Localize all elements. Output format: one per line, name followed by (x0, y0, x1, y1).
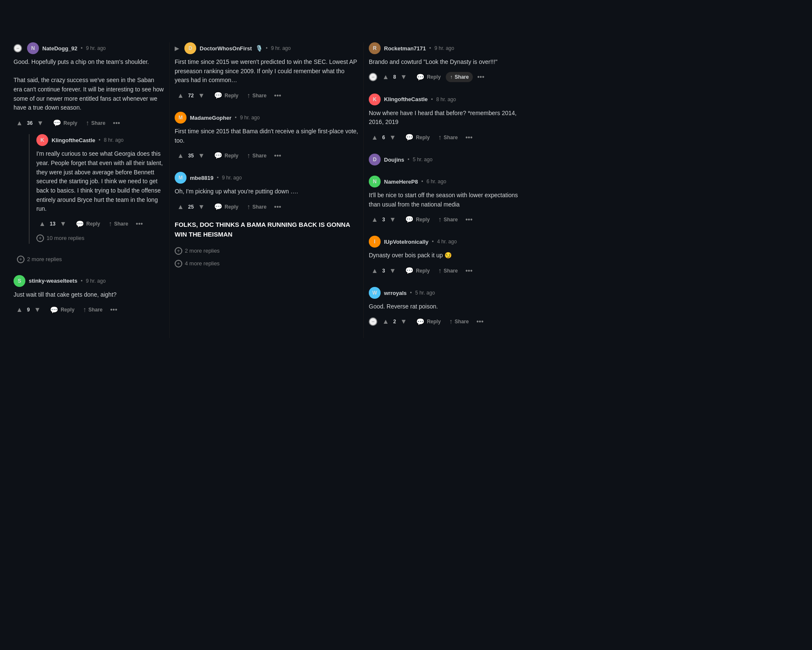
upvote-button[interactable]: ▲ (380, 72, 392, 83)
avatar: I (369, 236, 381, 248)
more-button[interactable]: ••• (107, 304, 120, 316)
reply-icon: 💬 (214, 91, 222, 99)
downvote-button[interactable]: ▼ (195, 90, 207, 101)
comment-text: Good. Reverse rat poison. (369, 302, 528, 311)
username: NameHereP8 (384, 179, 418, 185)
more-replies-button[interactable]: + 2 more replies (17, 254, 164, 265)
comment-text: I'm really curious to see what Georgia d… (36, 149, 164, 214)
reply-button[interactable]: 💬 Reply (211, 149, 242, 162)
username: Doujins (384, 157, 404, 163)
vote-count: 3 (382, 268, 385, 274)
upvote-button[interactable]: ▲ (175, 150, 187, 161)
downvote-button[interactable]: ▼ (398, 72, 410, 83)
comment-block: ▶ D DoctorWhosOnFirst 🎙️ • 9 hr. ago Fir… (175, 42, 358, 102)
reply-button[interactable]: 💬 Reply (402, 131, 433, 143)
share-icon: ↑ (109, 220, 112, 228)
reply-button[interactable]: 💬 Reply (413, 71, 444, 83)
upvote-button[interactable]: ▲ (14, 304, 25, 315)
share-button[interactable]: ↑ Share (435, 132, 461, 143)
vote-group: ▲ 6 ▼ (369, 132, 398, 143)
more-button[interactable]: ••• (474, 316, 486, 328)
more-button[interactable]: ••• (475, 71, 487, 83)
share-icon: ↑ (86, 119, 89, 127)
more-button[interactable]: ••• (272, 90, 284, 102)
downvote-button[interactable]: ▼ (387, 132, 399, 143)
reply-button[interactable]: 💬 Reply (402, 264, 433, 277)
comment-text: Now where have I heard that before? *rem… (369, 109, 528, 127)
upvote-button[interactable]: ▲ (14, 118, 25, 129)
comment-header: K KlingoftheCastle • 8 hr. ago (36, 134, 164, 146)
plus-icon: + (175, 260, 182, 267)
reply-button[interactable]: 💬 Reply (211, 201, 242, 213)
downvote-button[interactable]: ▼ (387, 214, 399, 225)
left-column: − N NateDogg_92 • 9 hr. ago Good. Hopefu… (8, 42, 169, 338)
upvote-button[interactable]: ▲ (369, 214, 381, 225)
timestamp: 9 hr. ago (86, 278, 106, 284)
reply-button[interactable]: 💬 Reply (211, 89, 242, 102)
share-button[interactable]: ↑ Share (446, 316, 472, 328)
upvote-button[interactable]: ▲ (380, 316, 392, 327)
username: KlingoftheCastle (52, 137, 95, 143)
comment-header: R Rocketman7171 • 9 hr. ago (369, 42, 528, 54)
more-replies-button[interactable]: + 2 more replies (175, 245, 358, 256)
downvote-button[interactable]: ▼ (57, 218, 69, 229)
comment-text: Good. Hopefully puts a chip on the team'… (14, 58, 164, 113)
downvote-button[interactable]: ▼ (195, 150, 207, 161)
share-button-highlight[interactable]: ↑ Share (446, 72, 473, 82)
comment-header: S stinky-weaselteets • 9 hr. ago (14, 275, 164, 287)
more-button[interactable]: ••• (463, 265, 475, 277)
more-replies-button[interactable]: + 4 more replies (175, 258, 358, 269)
collapse-button[interactable]: − (369, 317, 377, 326)
vote-group: ▲ 2 ▼ (380, 316, 409, 327)
downvote-button[interactable]: ▼ (398, 316, 410, 327)
timestamp: 9 hr. ago (434, 45, 454, 51)
reply-button[interactable]: 💬 Reply (402, 213, 433, 226)
more-button[interactable]: ••• (110, 117, 123, 129)
more-replies-label: 2 more replies (27, 256, 62, 262)
more-button[interactable]: ••• (463, 132, 475, 143)
more-button[interactable]: ••• (463, 214, 475, 226)
more-button[interactable]: ••• (272, 150, 284, 162)
username: wrroyals (384, 290, 406, 296)
upvote-button[interactable]: ▲ (175, 201, 187, 212)
vote-count: 9 (27, 307, 30, 313)
share-button[interactable]: ↑ Share (244, 150, 270, 162)
downvote-button[interactable]: ▼ (34, 118, 46, 129)
upvote-button[interactable]: ▲ (175, 90, 187, 101)
share-button[interactable]: ↑ Share (80, 304, 106, 316)
action-bar: − ▲ 8 ▼ 💬 Reply ↑ Share ••• (369, 71, 528, 83)
avatar: D (184, 42, 196, 54)
upvote-button[interactable]: ▲ (369, 265, 381, 276)
username: MadameGopher (190, 115, 231, 121)
share-button[interactable]: ↑ Share (105, 218, 132, 230)
upvote-button[interactable]: ▲ (369, 132, 381, 143)
reply-button[interactable]: 💬 Reply (49, 117, 81, 129)
more-button[interactable]: ••• (272, 201, 284, 213)
collapse-button[interactable]: − (14, 44, 22, 52)
downvote-button[interactable]: ▼ (387, 265, 399, 276)
username: stinky-weaselteets (29, 278, 77, 284)
downvote-button[interactable]: ▼ (195, 201, 207, 212)
share-button[interactable]: ↑ Share (82, 117, 109, 129)
share-button[interactable]: ↑ Share (435, 214, 461, 226)
reply-icon: 💬 (214, 151, 222, 160)
reply-button[interactable]: 💬 Reply (47, 304, 78, 316)
reply-button[interactable]: 💬 Reply (72, 218, 104, 230)
share-button[interactable]: ↑ Share (435, 265, 461, 277)
more-replies-button[interactable]: + 10 more replies (36, 233, 164, 244)
arrow-icon: ▶ (175, 45, 179, 52)
reply-button[interactable]: 💬 Reply (413, 316, 444, 328)
announcement-text: FOLKS, DOC THINKS A BAMA RUNNING BACK IS… (175, 220, 358, 240)
collapse-button[interactable]: − (369, 73, 377, 81)
avatar: W (369, 287, 381, 299)
upvote-button[interactable]: ▲ (36, 218, 48, 229)
downvote-button[interactable]: ▼ (32, 304, 44, 315)
vote-count: 36 (27, 120, 33, 126)
comment-block: K KlingoftheCastle • 8 hr. ago Now where… (369, 94, 528, 143)
more-button[interactable]: ••• (133, 218, 145, 230)
share-button[interactable]: ↑ Share (244, 90, 270, 102)
share-button[interactable]: ↑ Share (244, 201, 270, 213)
vote-group: ▲ 72 ▼ (175, 90, 207, 101)
reply-icon: 💬 (214, 203, 222, 211)
vote-group: ▲ 3 ▼ (369, 214, 398, 225)
